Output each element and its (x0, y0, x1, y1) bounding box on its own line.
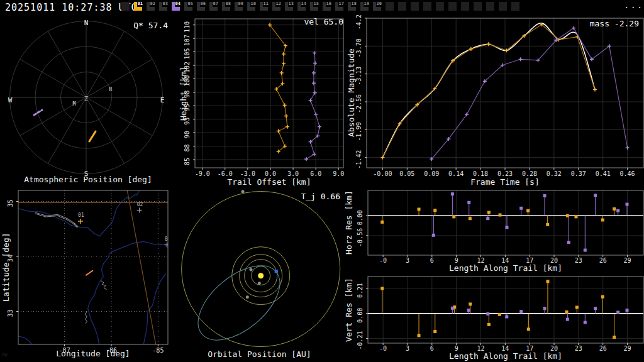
ground-map-canvas: 010204-87-86-85333435 (0, 189, 176, 362)
svg-text:0.23: 0.23 (497, 170, 513, 177)
svg-text:0.00: 0.00 (357, 308, 364, 323)
svg-text:9.0: 9.0 (333, 170, 344, 177)
station-box-05[interactable]: 05 (184, 2, 192, 11)
panel-vertical-residuals: -0369121417202326290.210.00-0.21 Vert Re… (343, 274, 644, 362)
station-box-label: 01 (137, 1, 143, 7)
svg-text:E: E (160, 96, 165, 104)
station-box-02[interactable]: 02 (147, 2, 155, 11)
station-box-12[interactable]: 12 (272, 2, 280, 11)
svg-text:R: R (109, 87, 113, 92)
svg-text:0.41: 0.41 (596, 170, 611, 177)
panel-orbit: T_j 0.66 Orbital Position [AU] (176, 189, 343, 362)
header-bar: 20251011 10:27:38 UTC 010203040506070809… (0, 0, 644, 15)
station-box-18[interactable]: 18 (348, 2, 356, 11)
q-star-value: Q* 57.4 (133, 21, 168, 30)
svg-text:0.09: 0.09 (424, 170, 439, 177)
svg-text:W: W (8, 96, 13, 104)
station-box-label: 09 (238, 1, 243, 7)
frame-time-axis-title: Frame Time [s] (367, 177, 643, 187)
light-curve-canvas: -0.000.050.090.140.180.230.280.320.370.4… (346, 15, 644, 189)
station-box[interactable] (486, 2, 494, 11)
svg-text:-9.0: -9.0 (195, 170, 210, 177)
svg-text:-1.42: -1.42 (355, 150, 362, 169)
station-box[interactable] (474, 2, 482, 11)
station-box-label: 17 (338, 1, 344, 7)
panel-horizontal-residuals: -0369121417202326290.00-0.56 Horz Res [k… (343, 189, 644, 274)
svg-text:0.37: 0.37 (571, 170, 586, 177)
svg-text:-1.99: -1.99 (355, 122, 362, 141)
station-box-08[interactable]: 08 (222, 2, 230, 11)
overflow-menu[interactable]: ... (624, 0, 643, 10)
trail-offset-canvas: -9.0-6.0-3.00.03.06.09.08588909395981001… (176, 15, 346, 189)
station-box-label: 19 (364, 1, 369, 7)
svg-text:0.46: 0.46 (620, 170, 635, 177)
magnitude-y-axis-title: Absolute Magnitude (347, 18, 356, 168)
station-box-label: 03 (162, 1, 168, 7)
station-box-10[interactable]: 10 (247, 2, 255, 11)
panel-trail-offset: -9.0-6.0-3.00.03.06.09.08588909395981001… (176, 15, 346, 189)
svg-text:0.21: 0.21 (357, 283, 364, 298)
station-box-06[interactable]: 06 (197, 2, 205, 11)
station-box-label: 05 (187, 1, 193, 7)
orbit-title: Orbital Position [AU] (176, 349, 343, 359)
station-box[interactable] (386, 2, 394, 11)
station-box-label: 15 (313, 1, 319, 7)
utc-timestamp: 20251011 10:27:38 UTC (5, 2, 138, 13)
station-box[interactable] (511, 2, 519, 11)
station-box-15[interactable]: 15 (310, 2, 318, 11)
station-box-label: 08 (225, 1, 231, 7)
station-box-13[interactable]: 13 (285, 2, 293, 11)
station-box[interactable] (499, 2, 507, 11)
trail-y-axis-title: Height [km] (179, 19, 188, 168)
svg-text:N: N (84, 19, 89, 27)
station-box[interactable] (436, 2, 444, 11)
horz-res-x-axis-title: Length Along Trail [km] (368, 263, 643, 273)
panel-light-curve: -0.000.050.090.140.180.230.280.320.370.4… (346, 15, 644, 189)
latitude-axis-title: Latitude [deg] (1, 190, 11, 344)
svg-text:-6.0: -6.0 (218, 170, 233, 177)
svg-text:0.28: 0.28 (522, 170, 537, 177)
station-box-17[interactable]: 17 (335, 2, 343, 11)
svg-text:0.00: 0.00 (357, 210, 364, 225)
station-box-label: 20 (376, 1, 382, 7)
station-box[interactable] (398, 2, 406, 11)
station-box-11[interactable]: 11 (260, 2, 268, 11)
station-box[interactable] (448, 2, 457, 11)
horz-res-canvas: -0369121417202326290.00-0.56 (343, 189, 644, 274)
station-box-label: 06 (200, 1, 206, 7)
svg-text:0.14: 0.14 (448, 170, 464, 177)
station-box[interactable] (411, 2, 419, 11)
atmo-title: Atmospheric Position [deg] (0, 175, 176, 184)
svg-text:0.0: 0.0 (265, 170, 276, 177)
svg-text:-3.0: -3.0 (240, 170, 255, 177)
station-box[interactable] (423, 2, 431, 11)
station-box-label: 12 (275, 1, 281, 7)
station-box-14[interactable]: 14 (297, 2, 306, 11)
station-box-07[interactable]: 07 (209, 2, 218, 11)
station-box-19[interactable]: 19 (360, 2, 369, 11)
svg-text:0.32: 0.32 (547, 170, 562, 177)
station-box-label: 02 (150, 1, 155, 7)
horz-res-y-axis-title: Horz Res [km] (344, 190, 353, 255)
station-box-04[interactable]: 04 (172, 2, 180, 11)
station-box-label: 10 (250, 1, 256, 7)
station-box-03[interactable]: 03 (159, 2, 167, 11)
svg-text:-0.21: -0.21 (357, 331, 364, 349)
station-box[interactable] (461, 2, 469, 11)
station-box-01[interactable]: 01 (134, 2, 142, 11)
station-box-16[interactable]: 16 (323, 2, 331, 11)
meteor-analysis-dashboard: 20251011 10:27:38 UTC 010203040506070809… (0, 0, 644, 362)
station-box[interactable] (121, 2, 130, 11)
station-box-label: 07 (213, 1, 218, 7)
watermark: GW (2, 353, 7, 358)
svg-text:M: M (73, 101, 76, 107)
svg-text:6.0: 6.0 (310, 170, 321, 177)
trail-x-axis-title: Trail Offset [km] (195, 177, 343, 187)
station-box-label: 11 (263, 1, 269, 7)
station-box-09[interactable]: 09 (235, 2, 243, 11)
tisserand-value: T_j 0.66 (301, 192, 340, 201)
svg-text:-2.56: -2.56 (355, 94, 362, 113)
station-box-20[interactable]: 20 (373, 2, 381, 11)
longitude-axis-title: Longitude [deg] (18, 349, 168, 358)
svg-text:0.05: 0.05 (399, 170, 414, 177)
